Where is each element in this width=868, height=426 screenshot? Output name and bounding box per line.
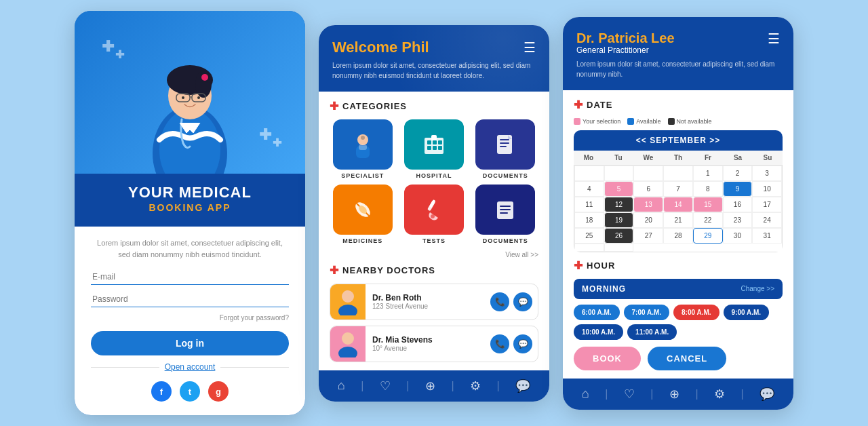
- time-slot-3[interactable]: 9:00 A.M.: [724, 305, 770, 320]
- nearby-doctors-list: Dr. Ben Roth 123 Street Avenue 📞 💬: [330, 284, 538, 362]
- password-field[interactable]: [91, 292, 289, 307]
- cal-day-25[interactable]: 25: [574, 228, 604, 244]
- cal-day-27[interactable]: 27: [633, 228, 663, 244]
- cal-day-31[interactable]: 31: [752, 228, 782, 244]
- cal-day-26[interactable]: 26: [604, 228, 634, 244]
- day-tu: Tu: [604, 151, 633, 165]
- change-link[interactable]: Change >>: [741, 285, 775, 292]
- cal-day-5[interactable]: 5: [604, 181, 634, 197]
- hour-cross-icon: ✚: [574, 259, 583, 272]
- cal-day-4[interactable]: 4: [574, 181, 604, 197]
- plus-icon[interactable]: ⊕: [425, 379, 435, 393]
- time-slot-0[interactable]: 6:00 A.M.: [574, 305, 620, 320]
- forgot-password-link[interactable]: Forgot your password?: [91, 314, 289, 322]
- booking-screen: Dr. Patricia Lee General Practitioner ☰ …: [563, 17, 793, 410]
- booking-chat-icon[interactable]: 💬: [760, 387, 774, 402]
- home-icon[interactable]: ⌂: [338, 379, 345, 393]
- svg-point-39: [338, 305, 357, 315]
- svg-point-33: [431, 214, 435, 218]
- cal-day-30[interactable]: 30: [723, 228, 753, 244]
- cal-day-19[interactable]: 19: [604, 212, 634, 228]
- cal-day-12[interactable]: 12: [604, 197, 634, 212]
- email-field[interactable]: [91, 269, 289, 285]
- cal-day-15[interactable]: 15: [693, 197, 723, 212]
- open-account-link[interactable]: Open account: [91, 362, 289, 372]
- settings-icon[interactable]: ⚙: [470, 379, 481, 393]
- cal-day-10[interactable]: 10: [752, 181, 782, 197]
- cal-day-13[interactable]: 13: [633, 197, 663, 212]
- header-description: Lorem ipsum dolor sit amet, consectetuer…: [332, 60, 536, 81]
- time-slot-5[interactable]: 11:00 A.M.: [627, 324, 677, 340]
- category-medicines[interactable]: MEDICINES: [330, 185, 395, 244]
- doctor-card-1[interactable]: Dr. Mia Stevens 10° Avenue 📞 💬: [330, 326, 538, 362]
- category-tests[interactable]: TESTS: [401, 185, 467, 244]
- cal-day-7[interactable]: 7: [663, 181, 693, 197]
- booking-menu-icon[interactable]: ☰: [768, 31, 780, 47]
- facebook-button[interactable]: f: [151, 381, 172, 402]
- cal-day-28[interactable]: 28: [663, 228, 693, 244]
- chat-icon[interactable]: 💬: [515, 379, 530, 393]
- calendar-header[interactable]: << SEPTEMBER >>: [574, 130, 783, 151]
- category-hospital[interactable]: HOSPITAL: [401, 119, 467, 179]
- category-documents[interactable]: DOCUMENTS: [473, 119, 538, 179]
- cal-day-29[interactable]: 29: [693, 228, 723, 244]
- calendar-grid: 1 2 3 4 5 6 7 8 9 10 11 12 13 14 15: [574, 165, 783, 252]
- cal-day-17[interactable]: 17: [752, 197, 782, 212]
- cal-day-16[interactable]: 16: [723, 197, 753, 212]
- cal-day-11[interactable]: 11: [574, 197, 604, 212]
- doctor-0-avatar-icon: [337, 288, 359, 315]
- nearby-doctors-header: ✚ NEARBY DOCTORS: [330, 264, 538, 277]
- time-slot-2[interactable]: 8:00 A.M.: [673, 305, 719, 320]
- svg-rect-24: [500, 139, 509, 140]
- cross-decoration-3: ✚: [259, 126, 271, 144]
- cal-day-24[interactable]: 24: [752, 212, 782, 228]
- cal-day-2[interactable]: 2: [723, 166, 753, 181]
- medicines-label: MEDICINES: [342, 237, 382, 244]
- cal-day-21[interactable]: 21: [663, 212, 693, 228]
- cal-day-3[interactable]: 3: [752, 166, 782, 181]
- category-specialist[interactable]: SPECIALIST: [330, 119, 395, 179]
- booking-home-icon[interactable]: ⌂: [582, 387, 589, 401]
- hamburger-menu-icon[interactable]: ☰: [524, 39, 536, 56]
- svg-rect-16: [427, 140, 431, 144]
- svg-rect-26: [500, 146, 507, 147]
- cal-day-23[interactable]: 23: [723, 212, 753, 228]
- day-sa: Sa: [723, 151, 753, 165]
- cal-day-9[interactable]: 9: [723, 181, 753, 197]
- login-button[interactable]: Log in: [91, 331, 289, 355]
- booking-settings-icon[interactable]: ⚙: [714, 387, 725, 402]
- doctor-illustration: [142, 31, 237, 174]
- doctor-1-message-button[interactable]: 💬: [513, 334, 532, 353]
- cal-day-14[interactable]: 14: [663, 197, 693, 212]
- time-slot-4[interactable]: 10:00 A.M.: [574, 324, 623, 340]
- heart-icon[interactable]: ♡: [380, 379, 391, 393]
- category-documents2[interactable]: DOCUMENTS: [473, 185, 538, 244]
- time-slot-1[interactable]: 7:00 A.M.: [624, 305, 670, 320]
- cal-day-8[interactable]: 8: [693, 181, 723, 197]
- svg-point-9: [182, 96, 184, 99]
- medicines-icon: [349, 196, 376, 223]
- cal-day-18[interactable]: 18: [574, 212, 604, 228]
- svg-rect-21: [438, 146, 442, 150]
- google-button[interactable]: g: [208, 381, 229, 402]
- view-all-link[interactable]: View all >>: [330, 251, 538, 258]
- doctor-0-message-button[interactable]: 💬: [513, 292, 532, 311]
- doctor-card-0[interactable]: Dr. Ben Roth 123 Street Avenue 📞 💬: [330, 284, 538, 320]
- twitter-button[interactable]: t: [180, 381, 200, 402]
- categories-header: ✚ CATEGORIES: [330, 100, 538, 113]
- cal-day-1[interactable]: 1: [693, 166, 723, 181]
- cal-day-6[interactable]: 6: [633, 181, 663, 197]
- book-button[interactable]: BOOK: [574, 347, 641, 370]
- app-container: ✚ ✚ ✚ ✚: [0, 0, 868, 426]
- legend-not-available: Not available: [668, 118, 712, 125]
- booking-plus-icon[interactable]: ⊕: [669, 387, 679, 402]
- doctor-1-phone-button[interactable]: 📞: [490, 334, 509, 353]
- day-su: Su: [753, 151, 783, 165]
- cal-day-22[interactable]: 22: [693, 212, 723, 228]
- booking-heart-icon[interactable]: ♡: [624, 387, 635, 402]
- doctor-0-phone-button[interactable]: 📞: [490, 292, 509, 311]
- cancel-button[interactable]: CANCEL: [648, 347, 726, 370]
- cal-empty-3: [633, 166, 663, 181]
- hour-section: ✚ HOUR MORNING Change >> 6:00 A.M. 7:00 …: [574, 259, 783, 340]
- cal-day-20[interactable]: 20: [633, 212, 663, 228]
